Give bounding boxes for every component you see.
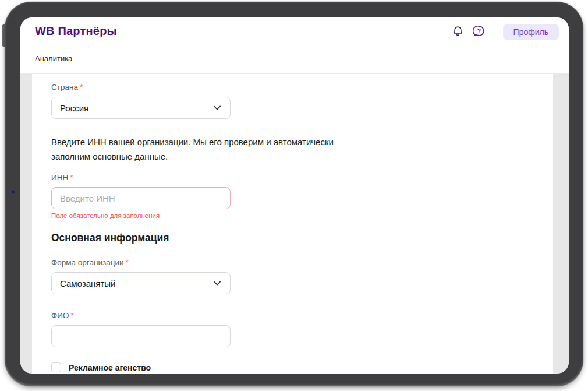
svg-text:?: ?: [477, 27, 480, 34]
registration-form: Страна* Россия Введите ИНН вашей орган: [32, 74, 553, 372]
bell-icon: [452, 25, 464, 40]
notifications-button[interactable]: [452, 26, 465, 38]
screen: WB Партнёры Аналитика: [20, 17, 569, 374]
inn-hint-text: Введите ИНН вашей организации. Мы его пр…: [51, 135, 354, 164]
front-camera: [10, 189, 16, 195]
ad-agency-checkbox-row[interactable]: Рекламное агенство: [51, 362, 553, 372]
org-form-label: Форма организации*: [51, 258, 553, 267]
app-title: WB Партнёры: [35, 24, 117, 38]
required-asterisk: *: [70, 311, 73, 320]
country-select[interactable]: Россия: [51, 97, 231, 119]
chevron-down-icon: [212, 279, 222, 288]
required-asterisk: *: [125, 258, 128, 267]
country-select-value: Россия: [60, 103, 88, 113]
help-button[interactable]: ?: [473, 26, 486, 38]
inn-error-message: Поле обязательно для заполнения: [51, 212, 553, 219]
section-title: Основная информация: [51, 232, 553, 244]
chevron-down-icon: [212, 103, 222, 112]
inn-input[interactable]: [51, 187, 231, 209]
country-label: Страна*: [51, 83, 553, 91]
tablet-mockup: WB Партнёры Аналитика: [0, 0, 588, 391]
header-divider: [495, 24, 495, 40]
fio-input[interactable]: [51, 325, 231, 347]
question-icon: ?: [473, 24, 486, 40]
app-header: WB Партнёры Аналитика: [20, 17, 569, 74]
tablet-frame: WB Партнёры Аналитика: [5, 2, 583, 386]
org-form-select[interactable]: Самозанятый: [51, 272, 231, 294]
required-asterisk: *: [80, 83, 83, 91]
checkbox-unchecked-icon[interactable]: [51, 362, 61, 372]
nav-item-analytics[interactable]: Аналитика: [35, 54, 72, 63]
ad-agency-label: Рекламное агенство: [69, 363, 151, 372]
fio-label: ФИО*: [51, 311, 553, 320]
required-asterisk: *: [70, 173, 73, 182]
profile-button[interactable]: Профиль: [503, 24, 559, 40]
content-panel: Страна* Россия Введите ИНН вашей орган: [32, 74, 553, 374]
org-form-select-value: Самозанятый: [60, 279, 116, 288]
inn-label: ИНН*: [51, 173, 553, 182]
header-actions: ? Профиль: [452, 23, 559, 41]
page-background: Страна* Россия Введите ИНН вашей орган: [20, 74, 569, 373]
